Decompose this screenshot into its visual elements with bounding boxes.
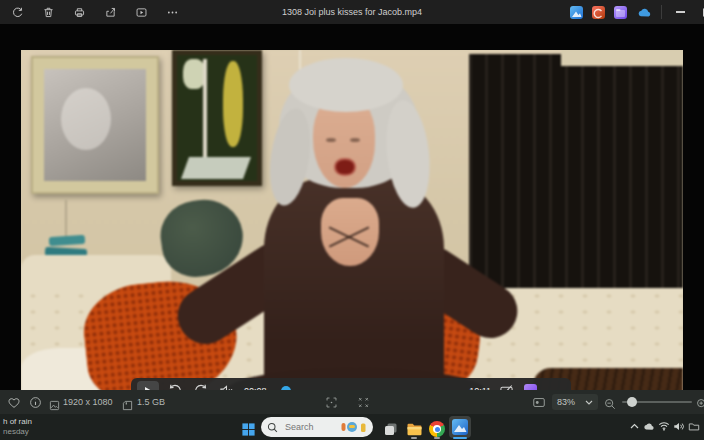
favorite-heart-icon [7,396,21,409]
windows-start-icon [241,422,256,437]
image-file-icon [49,397,60,415]
start-button[interactable] [238,419,258,439]
onedrive-icon[interactable] [636,3,652,21]
print-icon [73,6,86,19]
search-icon [267,422,278,433]
maximize-button[interactable] [698,3,704,21]
video-stage: 10 30 00:08 [0,24,704,390]
speaker-icon [673,421,685,432]
active-app-indicator [453,437,467,439]
titlebar-right [570,0,704,24]
zoom-level-value: 83% [557,397,575,407]
file-info-icon [29,396,42,409]
zoom-slider-handle[interactable] [627,397,637,407]
system-tray [628,419,700,433]
weather-line1: h of rain [3,417,32,426]
share-button[interactable] [101,3,119,21]
zoom-in-icon [696,398,704,410]
weather-widget[interactable]: h of rain nesday [0,414,70,440]
actual-size-icon [357,396,370,409]
zoom-fit-icon [325,396,338,409]
zoom-fit-button[interactable] [325,395,338,413]
wifi-button[interactable] [658,419,670,433]
painting-stream [181,157,251,179]
app-window: 1308 Joi plus kisses for Jacob.mp4 [0,0,704,440]
photos-taskbar-icon [452,419,468,435]
titlebar-divider [661,5,662,19]
task-view-button[interactable] [381,419,401,439]
picture-frame-forest [172,50,262,186]
file-explorer-button[interactable] [404,419,424,439]
search-input[interactable] [283,421,341,433]
filmstrip-icon [532,396,546,409]
file-size-label: 1.5 GB [137,397,165,407]
zoom-out-icon [604,398,616,410]
tray-folder-icon [688,421,700,432]
painting-birch [203,59,207,159]
zoom-level-dropdown[interactable]: 83% [552,394,598,410]
rotate-button[interactable] [8,3,26,21]
titlebar: 1308 Joi plus kisses for Jacob.mp4 [0,0,704,24]
onedrive-tray-button[interactable] [643,419,655,433]
task-view-icon [383,421,399,437]
wifi-icon [658,421,670,431]
see-more-button[interactable] [163,3,181,21]
actual-size-button[interactable] [357,395,370,413]
chevron-down-icon [585,400,593,405]
picture-frame-left [31,56,159,194]
search-highlight-icons [341,421,367,433]
person-chest [321,198,379,266]
resolution-label: 1920 x 1080 [63,397,113,407]
see-more-icon [166,6,179,19]
person-eye-left [326,138,336,142]
taskbar: h of rain nesday [0,414,704,440]
minimize-icon [676,11,685,13]
running-indicator [411,437,417,439]
photos-taskbar-button[interactable] [449,416,471,438]
volume-tray-button[interactable] [673,419,685,433]
person-eye-right [350,138,360,142]
weather-line2: nesday [3,427,29,436]
titlebar-toolbar [8,0,181,24]
share-icon [104,6,117,19]
chevron-up-icon [630,423,639,429]
zoom-out-button[interactable] [604,396,616,414]
search-box[interactable] [261,417,373,437]
print-button[interactable] [70,3,88,21]
zoom-slider[interactable] [622,401,692,403]
running-indicator [434,437,440,439]
slideshow-button[interactable] [132,3,150,21]
windchime-string [65,200,67,238]
favorite-button[interactable] [7,395,21,413]
slideshow-icon [135,6,148,19]
minimize-button[interactable] [671,3,689,21]
file-info-button[interactable] [29,395,42,413]
clipchamp-icon[interactable] [592,6,605,19]
artwork-highlight [61,88,111,150]
person-hair-top [289,58,403,112]
statusbar: 1920 x 1080 1.5 GB 83% [0,390,704,414]
file-explorer-icon [406,422,423,437]
tray-folder-button[interactable] [688,419,700,433]
rotate-icon [11,6,24,19]
delete-button[interactable] [39,3,57,21]
gallery-app-icon[interactable] [614,6,627,19]
storage-icon [122,397,133,415]
video-frame-content [21,50,683,414]
video-surface[interactable]: 10 30 00:08 [21,50,683,414]
painting-tree [223,61,243,147]
delete-icon [42,6,55,19]
filmstrip-button[interactable] [532,395,546,413]
painting-sky [183,59,205,89]
chrome-icon [429,421,445,437]
zoom-in-button[interactable] [696,396,704,414]
chrome-button[interactable] [427,419,447,439]
person-mouth [336,160,354,174]
onedrive-cloud-icon [643,422,655,431]
hidden-icons-button[interactable] [628,419,640,433]
photos-app-icon[interactable] [570,6,583,19]
wall-strip-above-curtain [561,50,683,66]
